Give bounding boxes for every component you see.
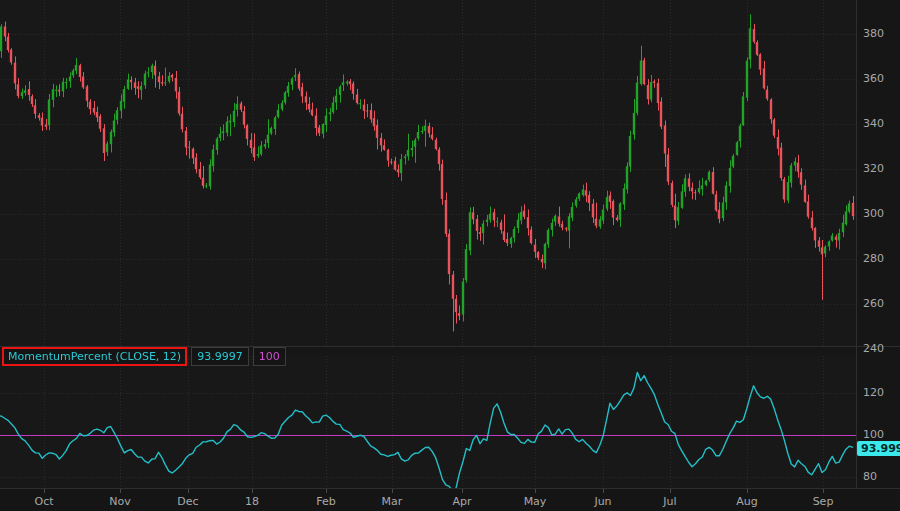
time-axis-tick <box>392 489 393 493</box>
time-axis-tick <box>252 489 253 493</box>
time-axis-tick <box>326 489 327 493</box>
momentum-value-badge: 93.9997 <box>857 441 900 456</box>
time-axis-label: Nov <box>109 495 130 508</box>
momentum-axis-label: 100 <box>863 429 884 441</box>
chart-root: 380360340320300280260240 12010080 Moment… <box>0 0 900 511</box>
time-axis-label: May <box>524 495 547 508</box>
price-axis-label: 340 <box>863 118 884 130</box>
time-axis-tick <box>747 489 748 493</box>
time-axis-label: Sep <box>813 495 834 508</box>
time-axis-tick <box>188 489 189 493</box>
time-axis-tick <box>603 489 604 493</box>
time-axis-tick <box>120 489 121 493</box>
time-axis-label: Dec <box>177 495 198 508</box>
time-axis-tick <box>535 489 536 493</box>
price-axis-label: 380 <box>863 28 884 40</box>
indicator-title[interactable]: MomentumPercent (CLOSE, 12) <box>2 347 187 366</box>
time-axis-tick <box>823 489 824 493</box>
price-axis-label: 320 <box>863 163 884 175</box>
indicator-param-chip: 100 <box>253 347 286 366</box>
time-axis-tick <box>462 489 463 493</box>
time-axis-label: Jul <box>663 495 676 508</box>
price-axis[interactable]: 380360340320300280260240 <box>856 0 900 353</box>
indicator-value-chip: 93.9997 <box>191 347 249 366</box>
price-axis-label: 240 <box>863 343 884 353</box>
time-axis-label: Apr <box>452 495 471 508</box>
momentum-pane-canvas[interactable] <box>0 356 856 488</box>
time-axis[interactable]: OctNovDec18FebMarAprMayJunJulAugSep <box>0 488 900 511</box>
time-axis-label: Oct <box>34 495 53 508</box>
price-axis-label: 300 <box>863 208 884 220</box>
price-axis-label: 260 <box>863 298 884 310</box>
momentum-axis[interactable]: 12010080 <box>856 356 900 488</box>
price-axis-label: 360 <box>863 73 884 85</box>
indicator-legend: MomentumPercent (CLOSE, 12) 93.9997 100 <box>2 347 286 366</box>
time-axis-label: Feb <box>316 495 335 508</box>
time-axis-tick <box>44 489 45 493</box>
momentum-axis-label: 120 <box>863 387 884 399</box>
momentum-axis-label: 80 <box>863 471 877 483</box>
time-axis-label: Mar <box>382 495 403 508</box>
price-pane-canvas[interactable] <box>0 0 856 346</box>
time-axis-label: Aug <box>736 495 757 508</box>
price-axis-label: 280 <box>863 253 884 265</box>
time-axis-tick <box>670 489 671 493</box>
time-axis-label: 18 <box>245 495 259 508</box>
time-axis-label: Jun <box>594 495 611 508</box>
